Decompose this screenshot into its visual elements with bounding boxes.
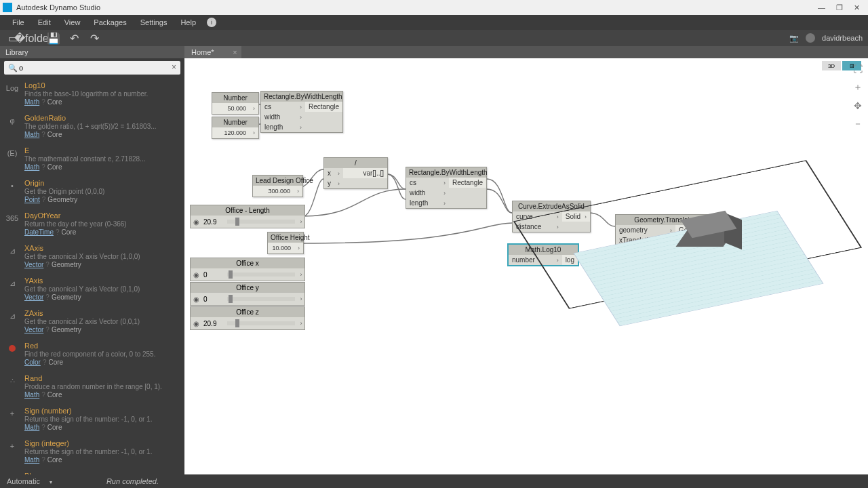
library-item-title: E — [24, 146, 179, 155]
node-translate[interactable]: Geometry.Translate geometry› xTranslatio… — [615, 214, 713, 266]
run-mode-dropdown[interactable]: Automatic — [0, 477, 66, 485]
menu-packages[interactable]: Packages — [87, 18, 133, 26]
library-item-tags: Math?Core — [24, 424, 179, 431]
undo-button[interactable]: ↶ — [66, 32, 81, 44]
preview-toggle-icon[interactable]: ◉ — [191, 296, 201, 303]
library-item[interactable]: RedFind the red component of a color, 0 … — [0, 338, 184, 370]
node-divide[interactable]: / x› y› var[]..[] — [323, 157, 388, 189]
menu-settings[interactable]: Settings — [134, 18, 174, 26]
graph-canvas[interactable]: 3D ⊞ ⛶ ＋ ✥ － Number 50.000› — [184, 58, 868, 474]
slider-office-x[interactable]: Office x ◉0› — [190, 258, 305, 281]
menu-help[interactable]: Help — [174, 18, 203, 26]
library-item[interactable]: (E)EThe mathematical constant e, 2.71828… — [0, 142, 184, 175]
library-item-tags: Vector?Geometry — [24, 293, 179, 301]
preview-toggle-icon[interactable]: ◉ — [191, 218, 201, 226]
user-name[interactable]: davidrbeach — [822, 34, 863, 42]
library-item-desc: Get the canonical Y axis Vector (0,1,0) — [24, 285, 179, 293]
tab-close-icon[interactable]: × — [233, 48, 237, 56]
slider-office-length[interactable]: Office - Length ◉20.9› — [190, 205, 305, 228]
library-item-title: XAxis — [24, 244, 179, 252]
menu-view[interactable]: View — [58, 18, 87, 26]
library-item-desc: The mathematical constant e, 2.71828... — [24, 155, 179, 163]
slider-track[interactable] — [227, 272, 295, 277]
node-lead-design-office[interactable]: Lead Design Office 300.000› — [252, 175, 303, 197]
library-item[interactable]: 365DayOfYearReturn the day of the year (… — [0, 207, 184, 240]
node-log10[interactable]: Math.Log10 number› log — [508, 244, 578, 266]
library-item-icon: + — [7, 441, 18, 451]
tab-home[interactable]: Home* × — [184, 46, 241, 58]
slider-office-z[interactable]: Office z ◉20.9› — [190, 306, 305, 330]
close-button[interactable]: ✕ — [854, 3, 860, 12]
node-title: Rectangle.ByWidthLength — [261, 92, 342, 102]
library-item[interactable]: +Sign (number)Returns the sign of the nu… — [0, 403, 184, 435]
library-item-icon: Log — [7, 83, 18, 94]
library-item-desc: Get the canonical X axis Vector (1,0,0) — [24, 253, 179, 260]
search-input[interactable] — [4, 61, 180, 75]
camera-icon[interactable]: 📷 — [789, 34, 799, 43]
library-item-icon: ⊿ — [7, 278, 18, 289]
tab-label: Home* — [191, 48, 214, 56]
info-icon[interactable]: i — [207, 18, 216, 27]
library-item-tags: Vector?Geometry — [24, 326, 179, 333]
slider-track[interactable] — [227, 321, 295, 325]
library-item-title: YAxis — [24, 277, 179, 285]
status-bar: Automatic Run completed. — [0, 474, 868, 488]
library-item[interactable]: ⊿YAxisGet the canonical Y axis Vector (0… — [0, 272, 184, 305]
node-rectangle-1[interactable]: Rectangle.ByWidthLength cs› width› lengt… — [260, 91, 343, 133]
library-item-icon: + — [7, 408, 18, 419]
slider-track[interactable] — [227, 220, 295, 224]
node-title: Curve.ExtrudeAsSolid — [513, 201, 590, 211]
open-file-button[interactable]: �folder — [26, 32, 41, 44]
maximize-button[interactable]: ❐ — [836, 3, 843, 12]
library-item-desc: Find the red component of a color, 0 to … — [24, 350, 179, 358]
node-title: / — [324, 158, 387, 168]
library-item-desc: Return the day of the year (0-366) — [24, 220, 179, 228]
node-title: Office Height — [268, 232, 303, 243]
library-item-title: Red — [24, 342, 179, 350]
save-button[interactable]: 💾 — [46, 32, 61, 44]
node-number-2[interactable]: Number 120.000› — [212, 117, 259, 139]
library-item[interactable]: φGoldenRatioThe golden ratio, (1 + sqrt(… — [0, 110, 184, 142]
slider-track[interactable] — [227, 297, 295, 301]
library-item[interactable]: LogLog10Finds the base-10 logarithm of a… — [0, 77, 184, 110]
library-item-title: Rand — [24, 374, 179, 382]
library-item-icon: • — [7, 180, 18, 191]
menu-edit[interactable]: Edit — [31, 18, 58, 26]
library-item[interactable]: ⊿XAxisGet the canonical X axis Vector (1… — [0, 240, 184, 272]
user-avatar[interactable] — [806, 33, 815, 43]
menu-file[interactable]: File — [5, 18, 31, 26]
library-title: Library — [5, 48, 28, 56]
library-item[interactable]: •OriginGet the Origin point (0,0,0)Point… — [0, 175, 184, 207]
library-item[interactable]: ⊿ZAxisGet the canonical Z axis Vector (0… — [0, 305, 184, 338]
minimize-button[interactable]: — — [818, 3, 825, 12]
library-item-icon: ⊿ — [7, 310, 18, 321]
library-item-title: Sign (number) — [24, 407, 179, 415]
library-item-icon: (E) — [7, 148, 18, 159]
node-office-height[interactable]: Office Height 10.000› — [267, 232, 304, 254]
library-item-desc: Produce a random number in the range [0,… — [24, 383, 179, 390]
library-item[interactable]: +Sign (integer)Returns the sign of the n… — [0, 435, 184, 468]
library-item-tags: Point?Geometry — [24, 196, 179, 203]
menu-bar: File Edit View Packages Settings Help i — [0, 15, 868, 30]
node-title: Number — [212, 117, 258, 127]
node-extrude[interactable]: Curve.ExtrudeAsSolid curve› distance› So… — [512, 201, 591, 232]
preview-toggle-icon[interactable]: ◉ — [191, 320, 201, 327]
node-number-1[interactable]: Number 50.000› — [212, 92, 259, 115]
slider-office-y[interactable]: Office y ◉0› — [190, 282, 305, 306]
library-item-desc: Get the canonical Z axis Vector (0,0,1) — [24, 318, 179, 325]
library-item-icon: φ — [7, 115, 18, 126]
library-item[interactable]: ∴RandProduce a random number in the rang… — [0, 370, 184, 403]
library-item-icon — [7, 343, 18, 354]
library-item-tags: Math?Core — [24, 391, 179, 399]
node-rectangle-2[interactable]: Rectangle.ByWidthLength cs› width› lengt… — [406, 167, 487, 209]
preview-toggle-icon[interactable]: ◉ — [191, 271, 201, 279]
library-item-tags: DateTime?Core — [24, 228, 179, 236]
library-list[interactable]: LogLog10Finds the base-10 logarithm of a… — [0, 77, 184, 474]
library-item-title: Log10 — [24, 81, 179, 89]
search-clear-icon[interactable]: × — [172, 62, 176, 72]
node-title: Lead Design Office — [253, 176, 302, 186]
app-title: Autodesk Dynamo Studio — [16, 3, 100, 12]
search-icon: 🔍 — [8, 64, 18, 73]
redo-button[interactable]: ↷ — [87, 32, 102, 44]
library-item[interactable]: BlueFind the blue component of a color, … — [0, 468, 184, 474]
